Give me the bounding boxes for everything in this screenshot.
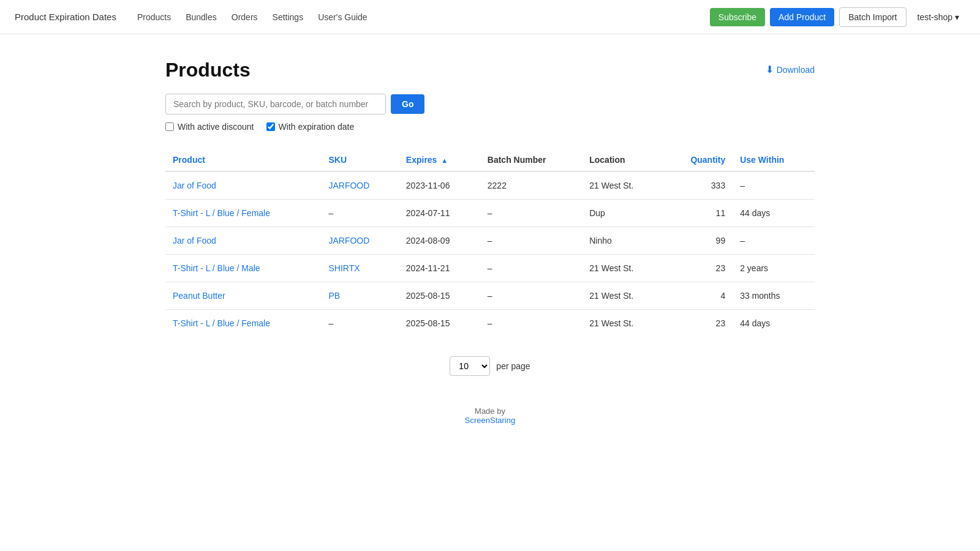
page-header: Products ⬇ Download: [165, 59, 815, 81]
nav-orders[interactable]: Orders: [225, 9, 264, 26]
pagination-row: 10 25 50 100 per page: [165, 356, 815, 376]
filter-discount-text: With active discount: [178, 122, 254, 132]
products-table: Product SKU Expires ▲ Batch Number Locat…: [165, 149, 815, 337]
quantity-cell: 4: [664, 282, 733, 310]
product-link[interactable]: Jar of Food: [173, 236, 216, 246]
expires-cell: 2024-11-21: [399, 255, 480, 282]
search-input[interactable]: [165, 94, 386, 114]
filter-expiration-checkbox[interactable]: [266, 122, 275, 131]
nav-products[interactable]: Products: [131, 9, 177, 26]
use-within-cell: 2 years: [733, 255, 815, 282]
table-row: Peanut ButterPB2025-08-15–21 West St.433…: [165, 282, 815, 310]
add-product-button[interactable]: Add Product: [770, 8, 834, 26]
navbar-links: Products Bundles Orders Settings User's …: [131, 9, 695, 26]
search-row: Go: [165, 94, 815, 114]
filter-discount-label[interactable]: With active discount: [165, 122, 254, 132]
sku-link[interactable]: SHIRTX: [328, 263, 360, 273]
filter-expiration-text: With expiration date: [279, 122, 355, 132]
batch-number-cell: –: [480, 227, 582, 255]
filter-expiration-label[interactable]: With expiration date: [266, 122, 355, 132]
download-icon: ⬇: [766, 64, 774, 75]
table-body: Jar of FoodJARFOOD2023-11-06222221 West …: [165, 171, 815, 337]
page-wrapper: Products ⬇ Download Go With active disco…: [0, 34, 980, 551]
quantity-cell: 333: [664, 171, 733, 200]
credit-link[interactable]: ScreenStaring: [465, 416, 515, 425]
location-cell: 21 West St.: [582, 255, 664, 282]
col-expires[interactable]: Expires ▲: [399, 149, 480, 171]
location-cell: 21 West St.: [582, 282, 664, 310]
nav-settings[interactable]: Settings: [266, 9, 310, 26]
col-location[interactable]: Location: [582, 149, 664, 171]
navbar-actions: Subscribe Add Product Batch Import test-…: [710, 7, 965, 27]
footer: Made by ScreenStaring: [165, 407, 815, 425]
filter-discount-checkbox[interactable]: [165, 122, 174, 131]
sku-link[interactable]: PB: [328, 291, 340, 301]
col-batch-number[interactable]: Batch Number: [480, 149, 582, 171]
col-quantity[interactable]: Quantity: [664, 149, 733, 171]
use-within-cell: 44 days: [733, 200, 815, 227]
batch-number-cell: –: [480, 200, 582, 227]
batch-number-cell: –: [480, 282, 582, 310]
main-content: Products ⬇ Download Go With active disco…: [129, 34, 851, 449]
navbar: Product Expiration Dates Products Bundle…: [0, 0, 980, 34]
product-link[interactable]: Peanut Butter: [173, 291, 225, 301]
shop-dropdown-button[interactable]: test-shop ▾: [911, 8, 965, 26]
download-label: Download: [777, 65, 815, 75]
expires-cell: 2023-11-06: [399, 171, 480, 200]
per-page-label: per page: [496, 361, 530, 371]
location-cell: 21 West St.: [582, 310, 664, 337]
expires-cell: 2025-08-15: [399, 282, 480, 310]
subscribe-button[interactable]: Subscribe: [710, 8, 765, 26]
quantity-cell: 99: [664, 227, 733, 255]
go-button[interactable]: Go: [391, 94, 424, 114]
table-row: Jar of FoodJARFOOD2024-08-09–Ninho99–: [165, 227, 815, 255]
location-cell: Dup: [582, 200, 664, 227]
expires-cell: 2025-08-15: [399, 310, 480, 337]
batch-number-cell: 2222: [480, 171, 582, 200]
sort-arrow-icon: ▲: [441, 157, 448, 164]
use-within-cell: 33 months: [733, 282, 815, 310]
table-row: T-Shirt - L / Blue / MaleSHIRTX2024-11-2…: [165, 255, 815, 282]
sku-link[interactable]: JARFOOD: [328, 236, 369, 246]
download-link[interactable]: ⬇ Download: [766, 64, 815, 75]
table-header: Product SKU Expires ▲ Batch Number Locat…: [165, 149, 815, 171]
made-by-label: Made by: [475, 407, 505, 416]
batch-number-cell: –: [480, 310, 582, 337]
per-page-select[interactable]: 10 25 50 100: [450, 356, 490, 376]
table-row: Jar of FoodJARFOOD2023-11-06222221 West …: [165, 171, 815, 200]
use-within-cell: –: [733, 171, 815, 200]
table-header-row: Product SKU Expires ▲ Batch Number Locat…: [165, 149, 815, 171]
use-within-cell: –: [733, 227, 815, 255]
sku-link[interactable]: JARFOOD: [328, 181, 369, 190]
product-link[interactable]: T-Shirt - L / Blue / Female: [173, 318, 270, 328]
location-cell: 21 West St.: [582, 171, 664, 200]
navbar-brand: Product Expiration Dates: [15, 12, 116, 22]
batch-import-button[interactable]: Batch Import: [839, 7, 906, 27]
product-link[interactable]: T-Shirt - L / Blue / Male: [173, 263, 260, 273]
nav-users-guide[interactable]: User's Guide: [312, 9, 373, 26]
expires-cell: 2024-07-11: [399, 200, 480, 227]
col-sku[interactable]: SKU: [321, 149, 398, 171]
col-product[interactable]: Product: [165, 149, 321, 171]
quantity-cell: 23: [664, 310, 733, 337]
nav-bundles[interactable]: Bundles: [179, 9, 223, 26]
expires-cell: 2024-08-09: [399, 227, 480, 255]
table-row: T-Shirt - L / Blue / Female–2025-08-15–2…: [165, 310, 815, 337]
quantity-cell: 23: [664, 255, 733, 282]
product-link[interactable]: T-Shirt - L / Blue / Female: [173, 208, 270, 218]
table-row: T-Shirt - L / Blue / Female–2024-07-11–D…: [165, 200, 815, 227]
batch-number-cell: –: [480, 255, 582, 282]
product-link[interactable]: Jar of Food: [173, 181, 216, 190]
use-within-cell: 44 days: [733, 310, 815, 337]
page-title: Products: [165, 59, 251, 81]
quantity-cell: 11: [664, 200, 733, 227]
col-use-within[interactable]: Use Within: [733, 149, 815, 171]
filter-row: With active discount With expiration dat…: [165, 122, 815, 132]
location-cell: Ninho: [582, 227, 664, 255]
